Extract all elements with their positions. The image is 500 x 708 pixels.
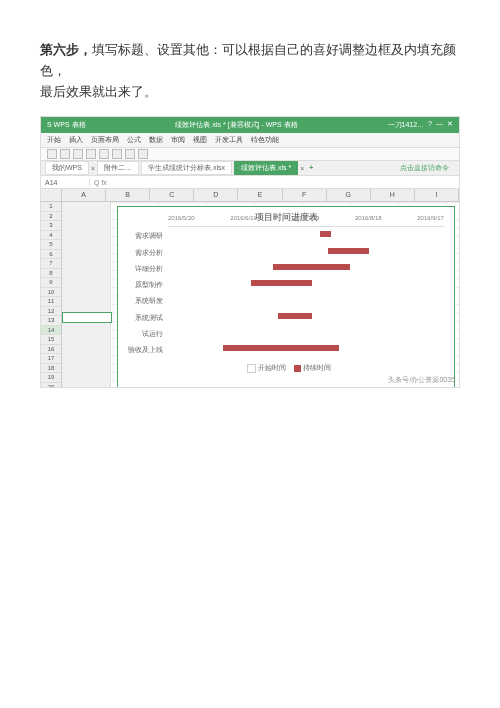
x-tick: 2016/5/20 bbox=[168, 215, 195, 221]
menu-item[interactable]: 插入 bbox=[69, 135, 83, 145]
col-header[interactable]: H bbox=[371, 189, 415, 201]
row-header[interactable]: 19 bbox=[41, 373, 61, 383]
row-header[interactable]: 3 bbox=[41, 221, 61, 231]
tool-icon[interactable] bbox=[60, 149, 70, 159]
row-header[interactable]: 4 bbox=[41, 231, 61, 241]
tool-icon[interactable] bbox=[138, 149, 148, 159]
window-title: 绩效评估表.xls * [兼容模式] - WPS 表格 bbox=[86, 120, 388, 130]
row-header[interactable]: 16 bbox=[41, 345, 61, 355]
menu-bar: 开始 插入 页面布局 公式 数据 审阅 视图 开发工具 特色功能 bbox=[41, 133, 459, 148]
close-tab-icon[interactable]: × bbox=[91, 165, 95, 172]
tab-item[interactable]: 附件二… bbox=[97, 161, 139, 175]
formula-bar: A14 Q fx bbox=[41, 176, 459, 189]
row-headers: 12345678910111213141516171819202122 bbox=[41, 202, 62, 388]
instruction-text: 第六步，填写标题、设置其他：可以根据自己的喜好调整边框及内填充颜色， 最后效果就… bbox=[40, 40, 460, 102]
spreadsheet-area: A B C D E F G H I 1234567891011121314151… bbox=[41, 189, 459, 377]
tool-icon[interactable] bbox=[73, 149, 83, 159]
x-tick: 2016/6/19 bbox=[230, 215, 257, 221]
active-cell[interactable] bbox=[62, 312, 112, 323]
select-all-corner[interactable] bbox=[41, 189, 62, 201]
gantt-bar bbox=[223, 345, 339, 351]
category-label: 系统研发 bbox=[118, 296, 163, 306]
gantt-bar bbox=[251, 280, 312, 286]
wps-screenshot: S WPS 表格 绩效评估表.xls * [兼容模式] - WPS 表格 一刀1… bbox=[40, 116, 460, 388]
menu-item[interactable]: 公式 bbox=[127, 135, 141, 145]
row-header[interactable]: 2 bbox=[41, 212, 61, 222]
category-label: 原型制作 bbox=[118, 280, 163, 290]
menu-item[interactable]: 特色功能 bbox=[251, 135, 279, 145]
tool-icon[interactable] bbox=[47, 149, 57, 159]
minimize-icon[interactable]: — bbox=[436, 120, 443, 130]
user-info: 一刀1412… bbox=[388, 120, 425, 130]
col-header[interactable]: B bbox=[106, 189, 150, 201]
row-header[interactable]: 14 bbox=[41, 326, 61, 336]
col-header[interactable]: E bbox=[238, 189, 282, 201]
row-header[interactable]: 17 bbox=[41, 354, 61, 364]
cell-reference[interactable]: A14 bbox=[41, 179, 90, 186]
category-label: 详细分析 bbox=[118, 264, 163, 274]
menu-item[interactable]: 开始 bbox=[47, 135, 61, 145]
row-header[interactable]: 18 bbox=[41, 364, 61, 374]
gantt-bar bbox=[320, 231, 331, 237]
gantt-bar bbox=[278, 313, 311, 319]
row-header[interactable]: 1 bbox=[41, 202, 61, 212]
tab-home[interactable]: 我的WPS bbox=[45, 161, 89, 175]
category-label: 验收及上线 bbox=[118, 345, 163, 355]
category-label: 试运行 bbox=[118, 329, 163, 339]
fx-label[interactable]: Q fx bbox=[90, 179, 111, 186]
col-header[interactable]: D bbox=[194, 189, 238, 201]
app-logo: S WPS 表格 bbox=[47, 120, 86, 130]
row-header[interactable]: 6 bbox=[41, 250, 61, 260]
embedded-chart[interactable]: 项目时间进度表 2016/5/202016/6/192016/7/192016/… bbox=[117, 206, 455, 388]
col-header[interactable]: F bbox=[283, 189, 327, 201]
gantt-bar bbox=[273, 264, 350, 270]
add-tab-button[interactable]: + bbox=[306, 162, 316, 174]
help-icon[interactable]: ? bbox=[428, 120, 432, 130]
menu-item[interactable]: 审阅 bbox=[171, 135, 185, 145]
document-tabs: 我的WPS × 附件二… 学生成绩统计分标表.xlsx 绩效评估表.xls * … bbox=[41, 161, 459, 176]
legend-swatch bbox=[247, 364, 256, 373]
category-label: 系统测试 bbox=[118, 313, 163, 323]
menu-item[interactable]: 开发工具 bbox=[215, 135, 243, 145]
tab-active[interactable]: 绩效评估表.xls * bbox=[234, 161, 298, 175]
category-label: 需求调研 bbox=[118, 231, 163, 241]
tool-icon[interactable] bbox=[99, 149, 109, 159]
x-tick: 2016/9/17 bbox=[417, 215, 444, 221]
legend-swatch bbox=[294, 365, 301, 372]
x-tick: 2016/8/18 bbox=[355, 215, 382, 221]
command-link[interactable]: 点击直接访命令 bbox=[394, 162, 455, 174]
row-header[interactable]: 12 bbox=[41, 307, 61, 317]
tool-icon[interactable] bbox=[125, 149, 135, 159]
data-column bbox=[62, 202, 111, 388]
row-header[interactable]: 20 bbox=[41, 383, 61, 389]
gantt-bar bbox=[328, 248, 369, 254]
row-header[interactable]: 15 bbox=[41, 335, 61, 345]
row-header[interactable]: 8 bbox=[41, 269, 61, 279]
title-bar: S WPS 表格 绩效评估表.xls * [兼容模式] - WPS 表格 一刀1… bbox=[41, 117, 459, 133]
col-header[interactable]: C bbox=[150, 189, 194, 201]
column-headers: A B C D E F G H I bbox=[41, 189, 459, 202]
row-header[interactable]: 5 bbox=[41, 240, 61, 250]
row-header[interactable]: 11 bbox=[41, 297, 61, 307]
row-header[interactable]: 13 bbox=[41, 316, 61, 326]
row-header[interactable]: 7 bbox=[41, 259, 61, 269]
tool-icon[interactable] bbox=[86, 149, 96, 159]
row-header[interactable]: 10 bbox=[41, 288, 61, 298]
tab-item[interactable]: 学生成绩统计分标表.xlsx bbox=[141, 161, 232, 175]
chart-plot: 2016/5/202016/6/192016/7/192016/8/182016… bbox=[168, 226, 444, 357]
menu-item[interactable]: 视图 bbox=[193, 135, 207, 145]
x-tick: 2016/7/19 bbox=[293, 215, 320, 221]
col-header[interactable]: G bbox=[327, 189, 371, 201]
watermark: 头条号/办公资源0035 bbox=[388, 375, 455, 385]
menu-item[interactable]: 数据 bbox=[149, 135, 163, 145]
category-label: 需求分析 bbox=[118, 248, 163, 258]
cell-grid[interactable]: 项目时间进度表 2016/5/202016/6/192016/7/192016/… bbox=[62, 202, 459, 388]
menu-item[interactable]: 页面布局 bbox=[91, 135, 119, 145]
close-tab-icon[interactable]: × bbox=[300, 165, 304, 172]
close-icon[interactable]: ✕ bbox=[447, 120, 453, 130]
tool-icon[interactable] bbox=[112, 149, 122, 159]
row-header[interactable]: 9 bbox=[41, 278, 61, 288]
x-axis-labels: 2016/5/202016/6/192016/7/192016/8/182016… bbox=[168, 215, 444, 221]
col-header[interactable]: A bbox=[62, 189, 106, 201]
col-header[interactable]: I bbox=[415, 189, 459, 201]
